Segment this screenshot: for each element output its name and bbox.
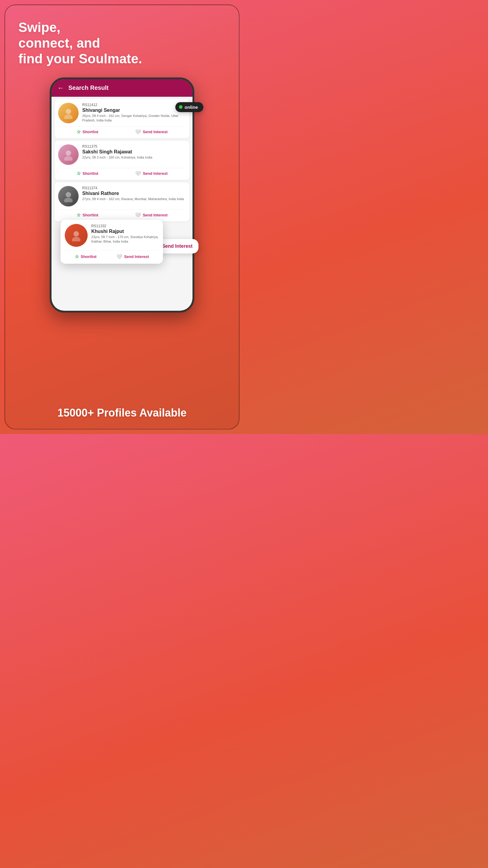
- profile-info-3: RS11374 Shivani Rathore 27yrs, 5ft 4 inc…: [82, 186, 186, 201]
- tagline-line3: find your Soulmate.: [19, 51, 226, 67]
- send-interest-btn-2[interactable]: 🤍 Send Interest: [135, 170, 167, 176]
- send-interest-btn-4[interactable]: 🤍 Send Interest: [116, 254, 149, 259]
- app-container: Swipe, connect, and find your Soulmate. …: [4, 4, 239, 430]
- online-badge: online: [175, 102, 203, 112]
- shortlist-label-1: Shortlist: [83, 130, 98, 134]
- heart-icon-3: 🤍: [135, 212, 141, 218]
- shortlist-label-3: Shortlist: [83, 213, 98, 217]
- profile-info-1: RS11412 Shivangi Sengar 26yrs, 5ft 4 inc…: [82, 103, 186, 123]
- svg-point-5: [64, 198, 73, 202]
- svg-point-4: [66, 192, 71, 197]
- star-icon-3: ☆: [76, 212, 81, 218]
- card-actions-1: ☆ Shortlist 🤍 Send Interest: [58, 126, 186, 135]
- send-interest-btn-1[interactable]: 🤍 Send Interest: [135, 129, 167, 135]
- avatar-2: [58, 144, 78, 165]
- footer-label: 15000+ Profiles Available: [58, 407, 187, 419]
- online-badge-label: online: [185, 104, 198, 110]
- profile-id-4: RS11332: [91, 224, 159, 228]
- avatar-1: [58, 103, 78, 123]
- profile-details-1: 26yrs, 5ft 4 inch - 162 cm, Sengar Kshat…: [82, 114, 186, 123]
- star-icon-1: ☆: [76, 129, 81, 135]
- profile-details-2: 22yrs, 5ft 3 inch - 160 cm, Kshatriya, I…: [82, 155, 186, 160]
- heart-icon-4: 🤍: [116, 254, 122, 259]
- profile-info-2: RS11375 Sakshi Singh Rajawat 22yrs, 5ft …: [82, 144, 186, 160]
- svg-point-2: [66, 150, 71, 156]
- avatar-4: [65, 224, 88, 247]
- shortlist-btn-3[interactable]: ☆ Shortlist: [76, 212, 98, 218]
- footer-tagline: 15000+ Profiles Available: [5, 398, 239, 429]
- tagline-line2: connect, and: [19, 35, 226, 51]
- profile-name-3: Shivani Rathore: [82, 191, 186, 196]
- shortlist-label-2: Shortlist: [83, 171, 98, 176]
- phone-mockup: online 🤍 Send Interest ← Search Result: [50, 78, 194, 313]
- heart-icon-1: 🤍: [135, 129, 141, 135]
- heart-icon-2: 🤍: [135, 170, 141, 176]
- send-interest-btn-3[interactable]: 🤍 Send Interest: [135, 212, 167, 218]
- send-interest-label-4: Send Interest: [124, 254, 149, 259]
- profile-id-1: RS11412: [82, 103, 186, 107]
- svg-point-0: [66, 109, 71, 114]
- profiles-list: RS11412 Shivangi Sengar 26yrs, 5ft 4 inc…: [52, 97, 193, 311]
- avatar-3: [58, 186, 78, 207]
- profile-id-3: RS11374: [82, 186, 186, 190]
- tagline-block: Swipe, connect, and find your Soulmate.: [5, 5, 239, 67]
- back-arrow-icon[interactable]: ←: [58, 84, 64, 92]
- send-interest-label-1: Send Interest: [143, 130, 167, 134]
- tagline-line1: Swipe,: [19, 20, 226, 35]
- profile-name-2: Sakshi Singh Rajawat: [82, 149, 186, 155]
- profile-id-2: RS11375: [82, 144, 186, 149]
- online-dot-icon: [179, 105, 183, 109]
- svg-point-1: [64, 115, 73, 119]
- shortlist-label-4: Shortlist: [81, 254, 97, 259]
- star-icon-2: ☆: [76, 170, 81, 176]
- send-interest-tooltip-label: Send Interest: [162, 244, 193, 249]
- profile-card-2[interactable]: RS11375 Sakshi Singh Rajawat 22yrs, 5ft …: [55, 141, 190, 180]
- svg-point-6: [73, 231, 79, 237]
- profile-card-3[interactable]: RS11374 Shivani Rathore 27yrs, 5ft 4 inc…: [55, 182, 190, 221]
- profile-name-4: Khushi Rajput: [91, 229, 159, 234]
- profile-card-1[interactable]: RS11412 Shivangi Sengar 26yrs, 5ft 4 inc…: [55, 99, 190, 138]
- phone-frame: ← Search Result: [50, 78, 194, 313]
- app-header: ← Search Result: [52, 79, 193, 97]
- profile-details-3: 27yrs, 5ft 4 inch - 162 cm, Ravana, Mumb…: [82, 197, 186, 201]
- profile-name-1: Shivangi Sengar: [82, 107, 186, 113]
- profile-details-4: 23yrs, 5ft 7 inch - 170 cm, Sisodiya Ksh…: [91, 235, 159, 244]
- card-actions-4: ☆ Shortlist 🤍 Send Interest: [65, 250, 159, 259]
- send-interest-label-2: Send Interest: [143, 171, 167, 176]
- shortlist-btn-4[interactable]: ☆ Shortlist: [75, 254, 97, 259]
- svg-point-3: [64, 156, 73, 161]
- profile-info-4: RS11332 Khushi Rajput 23yrs, 5ft 7 inch …: [91, 224, 159, 244]
- card-actions-3: ☆ Shortlist 🤍 Send Interest: [58, 210, 186, 218]
- shortlist-btn-1[interactable]: ☆ Shortlist: [76, 129, 98, 135]
- svg-point-7: [72, 237, 80, 241]
- float-card-khushi[interactable]: RS11332 Khushi Rajput 23yrs, 5ft 7 inch …: [61, 220, 163, 264]
- phone-screen: ← Search Result: [52, 79, 193, 311]
- shortlist-btn-2[interactable]: ☆ Shortlist: [76, 170, 98, 176]
- star-icon-4: ☆: [75, 254, 79, 259]
- app-header-title: Search Result: [68, 84, 108, 91]
- send-interest-label-3: Send Interest: [143, 213, 167, 217]
- card-actions-2: ☆ Shortlist 🤍 Send Interest: [58, 168, 186, 176]
